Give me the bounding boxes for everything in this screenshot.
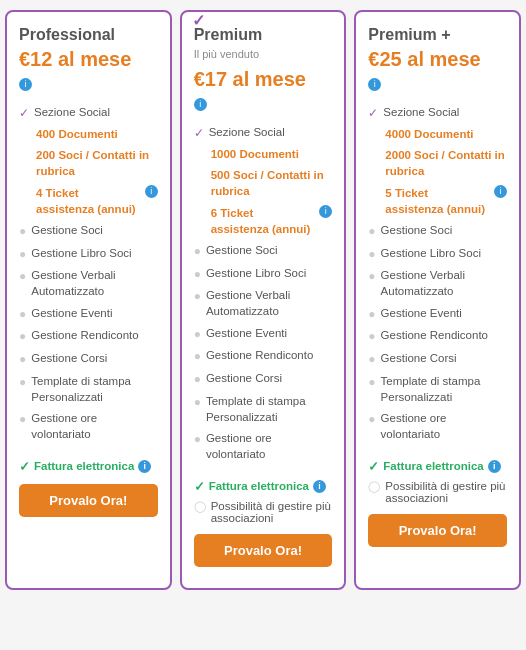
- feature-item: 2000 Soci / Contatti in rubrica: [368, 145, 507, 182]
- feature-item: ●Template di stampa Personalizzati: [194, 390, 333, 427]
- fattura-feature: ✓Fattura elettronicai: [368, 459, 507, 474]
- feature-item: ●Gestione Verbali Automatizzato: [19, 265, 158, 302]
- plan-card-premium: ✓PremiumIl più venduto€17 al mesei✓Sezio…: [180, 10, 347, 590]
- feature-item: 6 Ticket assistenza (annui)i: [194, 202, 333, 239]
- price-info[interactable]: i: [19, 75, 158, 91]
- circle-open-icon: ◯: [368, 480, 380, 493]
- feature-text: Gestione Corsi: [31, 350, 107, 366]
- feature-item: ●Template di stampa Personalizzati: [19, 370, 158, 407]
- feature-text: Gestione Soci: [31, 222, 103, 238]
- info-icon[interactable]: i: [319, 205, 332, 218]
- feature-text: Gestione Corsi: [381, 350, 457, 366]
- feature-text: Sezione Social: [34, 104, 110, 120]
- feature-item: ●Gestione Libro Soci: [19, 242, 158, 265]
- feature-item: 400 Documenti: [19, 124, 158, 145]
- circle-icon: ●: [194, 431, 201, 448]
- feature-text: Gestione Rendiconto: [31, 327, 138, 343]
- feature-text: Gestione Soci: [206, 242, 278, 258]
- check-green-icon: ✓: [194, 479, 205, 494]
- feature-text: Gestione Verbali Automatizzato: [31, 267, 157, 299]
- feature-text: Gestione Libro Soci: [31, 245, 131, 261]
- circle-icon: ●: [368, 328, 375, 345]
- feature-list: ✓Sezione Social400 Documenti200 Soci / C…: [19, 101, 158, 445]
- feature-item: ●Gestione Soci: [194, 239, 333, 262]
- circle-icon: ●: [368, 268, 375, 285]
- fattura-info-icon[interactable]: i: [138, 460, 151, 473]
- feature-text: 6 Ticket assistenza (annui): [211, 205, 315, 237]
- feature-text: Gestione ore volontariato: [206, 430, 332, 462]
- fattura-feature: ✓Fattura elettronicai: [194, 479, 333, 494]
- info-icon[interactable]: i: [145, 185, 158, 198]
- feature-item: ●Gestione Rendiconto: [19, 325, 158, 348]
- feature-text: Gestione Eventi: [31, 305, 112, 321]
- feature-item: ●Gestione Libro Soci: [368, 242, 507, 265]
- cta-button[interactable]: Provalo Ora!: [368, 514, 507, 547]
- check-green-icon: ✓: [19, 459, 30, 474]
- plan-title: Premium +: [368, 26, 507, 44]
- check-icon: ✓: [368, 105, 378, 122]
- feature-text: Gestione Corsi: [206, 370, 282, 386]
- fattura-feature: ✓Fattura elettronicai: [19, 459, 158, 474]
- circle-open-icon: ◯: [194, 500, 206, 513]
- cta-button[interactable]: Provalo Ora!: [194, 534, 333, 567]
- fattura-label: Fattura elettronica: [209, 480, 309, 492]
- plan-card-professional: Professional€12 al mesei✓Sezione Social4…: [5, 10, 172, 590]
- fattura-label: Fattura elettronica: [383, 460, 483, 472]
- circle-icon: ●: [19, 411, 26, 428]
- extra-text: Possibilità di gestire più associazioni: [211, 500, 333, 524]
- plan-card-premium-plus: Premium +€25 al mesei✓Sezione Social4000…: [354, 10, 521, 590]
- feature-item: ●Gestione ore volontariato: [368, 408, 507, 445]
- feature-text: Gestione Soci: [381, 222, 453, 238]
- feature-item: ✓Sezione Social: [194, 121, 333, 144]
- feature-text: Gestione Libro Soci: [206, 265, 306, 281]
- feature-item: ●Gestione ore volontariato: [194, 428, 333, 465]
- feature-text: Gestione ore volontariato: [31, 410, 157, 442]
- feature-item: 200 Soci / Contatti in rubrica: [19, 145, 158, 182]
- circle-icon: ●: [194, 243, 201, 260]
- circle-icon: ●: [368, 351, 375, 368]
- feature-item: 1000 Documenti: [194, 144, 333, 165]
- feature-text: Gestione Rendiconto: [206, 347, 313, 363]
- featured-badge: ✓: [192, 11, 205, 30]
- feature-item: ●Gestione Corsi: [368, 348, 507, 371]
- feature-text: 4000 Documenti: [385, 126, 473, 142]
- circle-icon: ●: [368, 306, 375, 323]
- feature-item: ✓Sezione Social: [19, 101, 158, 124]
- fattura-info-icon[interactable]: i: [313, 480, 326, 493]
- feature-text: 4 Ticket assistenza (annui): [36, 185, 140, 217]
- circle-icon: ●: [194, 266, 201, 283]
- price-info[interactable]: i: [368, 75, 507, 91]
- feature-text: Sezione Social: [383, 104, 459, 120]
- feature-item: ●Gestione ore volontariato: [19, 408, 158, 445]
- price-info[interactable]: i: [194, 95, 333, 111]
- circle-icon: ●: [19, 351, 26, 368]
- circle-icon: ●: [19, 328, 26, 345]
- feature-text: 200 Soci / Contatti in rubrica: [36, 147, 158, 179]
- cta-button[interactable]: Provalo Ora!: [19, 484, 158, 517]
- extra-feature: ◯Possibilità di gestire più associazioni: [368, 480, 507, 504]
- fattura-label: Fattura elettronica: [34, 460, 134, 472]
- extra-feature: ◯Possibilità di gestire più associazioni: [194, 500, 333, 524]
- feature-item: ●Gestione Corsi: [19, 348, 158, 371]
- feature-text: Gestione Libro Soci: [381, 245, 481, 261]
- feature-item: 500 Soci / Contatti in rubrica: [194, 165, 333, 202]
- feature-item: 5 Ticket assistenza (annui)i: [368, 182, 507, 219]
- feature-item: ●Gestione Corsi: [194, 368, 333, 391]
- fattura-info-icon[interactable]: i: [488, 460, 501, 473]
- info-icon[interactable]: i: [494, 185, 507, 198]
- feature-text: Gestione ore volontariato: [381, 410, 507, 442]
- circle-icon: ●: [194, 288, 201, 305]
- circle-icon: ●: [368, 411, 375, 428]
- feature-item: ●Gestione Rendiconto: [194, 345, 333, 368]
- feature-item: ✓Sezione Social: [368, 101, 507, 124]
- feature-text: Template di stampa Personalizzati: [206, 393, 332, 425]
- plan-price: €12 al mese: [19, 48, 158, 71]
- feature-item: ●Gestione Eventi: [19, 302, 158, 325]
- feature-item: ●Gestione Eventi: [194, 322, 333, 345]
- plan-price: €25 al mese: [368, 48, 507, 71]
- plan-title: Premium: [194, 26, 333, 44]
- feature-text: Template di stampa Personalizzati: [31, 373, 157, 405]
- feature-item: ●Gestione Verbali Automatizzato: [368, 265, 507, 302]
- check-icon: ✓: [194, 125, 204, 142]
- feature-text: 2000 Soci / Contatti in rubrica: [385, 147, 507, 179]
